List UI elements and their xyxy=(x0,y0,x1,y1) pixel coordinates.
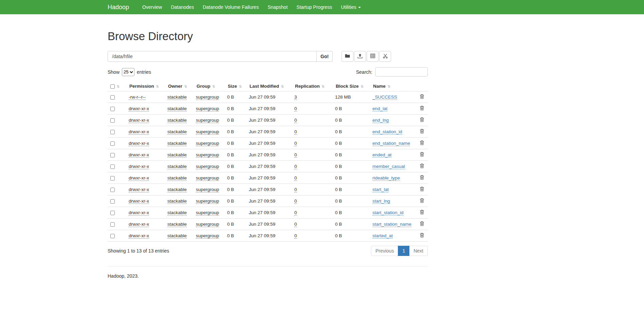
delete-button[interactable] xyxy=(419,198,425,204)
delete-button[interactable] xyxy=(419,175,425,181)
row-checkbox[interactable] xyxy=(110,176,115,180)
delete-button[interactable] xyxy=(419,152,425,158)
pagination-next[interactable]: Next xyxy=(409,246,428,256)
block-size-value: 0 B xyxy=(333,230,370,242)
block-size-value: 0 B xyxy=(333,138,370,149)
col-header-name[interactable]: Name⇅ xyxy=(370,81,417,91)
file-name-link[interactable]: start_lat xyxy=(372,187,389,192)
owner-value: stackable xyxy=(167,210,187,215)
delete-button[interactable] xyxy=(419,233,425,239)
select-all-checkbox[interactable] xyxy=(110,84,115,89)
row-checkbox[interactable] xyxy=(110,199,115,204)
row-checkbox[interactable] xyxy=(110,234,115,238)
row-checkbox[interactable] xyxy=(110,141,115,146)
file-name-link[interactable]: end_lat xyxy=(372,106,387,111)
nav-datanodes[interactable]: Datanodes xyxy=(166,0,198,14)
row-checkbox[interactable] xyxy=(110,165,115,169)
delete-button[interactable] xyxy=(419,129,425,135)
group-value: supergroup xyxy=(196,164,219,169)
block-size-value: 0 B xyxy=(333,184,370,195)
modified-value: Jun 27 09:59 xyxy=(247,219,292,230)
table-summary: Showing 1 to 13 of 13 entries xyxy=(108,248,169,254)
delete-button[interactable] xyxy=(419,94,425,100)
table-icon xyxy=(370,54,375,59)
nav-datanode-volume-failures[interactable]: Datanode Volume Failures xyxy=(198,0,263,14)
delete-button[interactable] xyxy=(419,106,425,111)
row-checkbox[interactable] xyxy=(110,95,115,100)
upload-icon xyxy=(357,54,363,59)
permission-value: drwxr-xr-x xyxy=(129,164,149,169)
delete-button[interactable] xyxy=(419,163,425,169)
replication-value: 0 xyxy=(294,106,297,111)
directory-path-input[interactable] xyxy=(108,51,317,62)
col-header-replication[interactable]: Replication⇅ xyxy=(292,81,333,91)
table-row: drwxr-xr-x stackable supergroup 0 B Jun … xyxy=(108,115,428,126)
row-checkbox[interactable] xyxy=(110,107,115,111)
size-value: 0 B xyxy=(225,219,247,230)
col-header-last-modified[interactable]: Last Modified⇅ xyxy=(247,81,292,91)
group-value: supergroup xyxy=(196,152,219,158)
size-value: 0 B xyxy=(225,195,247,207)
row-checkbox[interactable] xyxy=(110,222,115,227)
replication-value: 0 xyxy=(294,141,297,146)
file-name-link[interactable]: _SUCCESS xyxy=(372,94,397,100)
path-bar: Go! xyxy=(108,51,428,62)
nav-snapshot[interactable]: Snapshot xyxy=(263,0,292,14)
block-size-value: 0 B xyxy=(333,115,370,126)
col-header-actions xyxy=(417,81,428,91)
row-checkbox[interactable] xyxy=(110,130,115,134)
col-header-permission[interactable]: Permission⇅ xyxy=(127,81,165,91)
table-row: drwxr-xr-x stackable supergroup 0 B Jun … xyxy=(108,149,428,161)
col-header-select-all[interactable]: ⇅ xyxy=(108,81,127,91)
file-name-link[interactable]: end_lng xyxy=(372,118,389,123)
block-size-value: 0 B xyxy=(333,172,370,184)
col-header-block-size[interactable]: Block Size⇅ xyxy=(333,81,370,91)
file-name-link[interactable]: member_casual xyxy=(372,164,405,169)
pagination-previous[interactable]: Previous xyxy=(371,246,398,256)
upload-file-button[interactable] xyxy=(354,51,366,62)
cut-button[interactable] xyxy=(379,51,391,62)
sort-icon: ⇅ xyxy=(156,85,159,88)
go-button[interactable]: Go! xyxy=(316,51,333,62)
col-header-size[interactable]: Size⇅ xyxy=(225,81,247,91)
size-value: 0 B xyxy=(225,161,247,172)
permission-value: drwxr-xr-x xyxy=(129,106,149,111)
row-checkbox[interactable] xyxy=(110,118,115,123)
delete-button[interactable] xyxy=(419,210,425,215)
row-checkbox[interactable] xyxy=(110,153,115,157)
file-name-link[interactable]: end_station_name xyxy=(372,141,410,146)
table-view-button[interactable] xyxy=(367,51,379,62)
row-checkbox[interactable] xyxy=(110,211,115,215)
trash-icon xyxy=(420,210,424,215)
permission-value: drwxr-xr-x xyxy=(129,141,149,146)
file-name-link[interactable]: rideable_type xyxy=(372,175,400,181)
nav-startup-progress[interactable]: Startup Progress xyxy=(292,0,336,14)
modified-value: Jun 27 09:59 xyxy=(247,230,292,242)
brand-hadoop[interactable]: Hadoop xyxy=(108,4,129,11)
delete-button[interactable] xyxy=(419,187,425,192)
file-name-link[interactable]: ended_at xyxy=(372,152,391,158)
row-checkbox[interactable] xyxy=(110,188,115,192)
search-input[interactable] xyxy=(375,67,428,76)
nav-utilities-dropdown[interactable]: Utilities xyxy=(336,0,365,14)
pagination-page-1[interactable]: 1 xyxy=(398,246,409,256)
col-header-group[interactable]: Group⇅ xyxy=(194,81,225,91)
file-name-link[interactable]: end_station_id xyxy=(372,129,402,135)
delete-button[interactable] xyxy=(419,221,425,227)
file-name-link[interactable]: start_lng xyxy=(372,198,390,204)
file-name-link[interactable]: start_station_name xyxy=(372,222,411,227)
create-directory-button[interactable] xyxy=(342,51,353,62)
file-name-link[interactable]: start_station_id xyxy=(372,210,404,215)
file-name-link[interactable]: started_at xyxy=(372,233,393,239)
size-value: 0 B xyxy=(225,207,247,219)
file-table-body: -rw-r--r-- stackable supergroup 0 B Jun … xyxy=(108,91,428,242)
permission-value: drwxr-xr-x xyxy=(129,175,149,181)
delete-button[interactable] xyxy=(419,140,425,146)
page-size-select[interactable]: 25 xyxy=(122,68,134,76)
col-header-owner[interactable]: Owner⇅ xyxy=(165,81,194,91)
nav-overview[interactable]: Overview xyxy=(138,0,166,14)
block-size-value: 0 B xyxy=(333,195,370,207)
delete-button[interactable] xyxy=(419,117,425,123)
footer-divider xyxy=(108,266,428,266)
search-label: Search: xyxy=(356,69,372,75)
